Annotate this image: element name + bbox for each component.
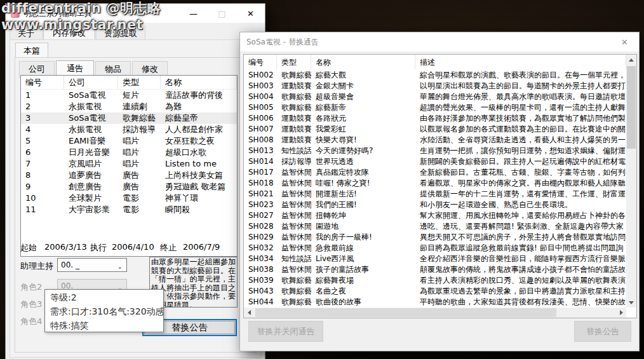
cell: 类型 xyxy=(118,76,161,89)
table-row[interactable]: SH014採訪報導世界玩透透新開闢的美食綜藝節目。跟主持人一起玩遍傳說中的紅棺材… xyxy=(244,156,626,167)
table-row[interactable]: 9創意廣告廣告勇冠遊戲 敬老篇 xyxy=(21,181,237,193)
assistant-host-select[interactable]: 00. _⌄ xyxy=(57,258,127,272)
cell: 7 xyxy=(21,158,64,170)
cell: 歌舞綜藝 xyxy=(277,102,311,113)
table-row[interactable]: SH021益智休閒開運新生活!提供最新一年的十二生肖運勢，還有愛情運、工作運、財… xyxy=(244,189,626,200)
cell: SH003 xyxy=(244,81,277,91)
table-row[interactable]: SH028益智休閒園遊地邊吃、邊玩、還要再解問題! 緊張刺激、全新逗趣內容帶大家 xyxy=(244,221,626,232)
cell: SH023 xyxy=(244,200,277,210)
cell: 名称 xyxy=(311,55,415,70)
table-row[interactable]: SH008運動競賽快樂大尋寶!水陸活動、全省尋寶活動走透透，看藝人和主持人爆笑的… xyxy=(244,135,626,146)
table-row[interactable]: SH006運動競賽各路狀元由各路好漢參加的專業技術競賽，為觀眾實地了解訪問他們製 xyxy=(244,113,626,124)
cell: 為觀眾重現過去繁華的景象，節目中將邀請實力派歌星和主持 xyxy=(415,286,626,297)
table-row[interactable]: 7京風唱片唱片Listen to me xyxy=(21,158,237,170)
cell: 華麗的舞台燈光佈景、最具高水準的歌唱表演。每日邀請歌壇 xyxy=(415,91,626,102)
cell: 益智休閒 xyxy=(277,200,311,210)
table-row[interactable]: SH027益智休閒扭轉乾坤幫大家開運、用風水扭轉乾坤，還要給你用易經占卜神卦的各 xyxy=(244,210,626,221)
cell: 京風唱片 xyxy=(64,158,118,170)
table-row[interactable]: SH003運動競賽金銀大關卡以明星演出和競賽為主的節目。每道關卡的外景主持人都要… xyxy=(244,81,626,91)
dialog-close-button[interactable]: ✕ xyxy=(610,32,639,51)
cell: 9 xyxy=(21,181,64,193)
exec-date: 2006/4/10 xyxy=(112,242,154,252)
scroll-right-icon[interactable] xyxy=(616,308,626,318)
cell: 運動競賽 xyxy=(277,124,311,135)
horizontal-scrollbar[interactable] xyxy=(244,308,626,318)
table-row[interactable]: SH004歌舞綜藝超級音樂會華麗的舞台燈光佈景、最具高水準的歌唱表演。每日邀請歌… xyxy=(244,91,626,102)
table-row[interactable]: SH043歌舞綜藝名曲之夜為觀眾重現過去繁華的景象，節目中將邀請實力派歌星和主持 xyxy=(244,286,626,297)
cell: 2 xyxy=(21,101,64,112)
cell: EAMI音樂 xyxy=(64,135,118,147)
table-row[interactable]: SH032益智休閒急救最前線節目將為觀眾追蹤急救最前線實錄! 節目中間也將提出問… xyxy=(244,243,626,254)
table-row[interactable]: 11大宇宙影業電影瞬間殺 xyxy=(21,204,237,215)
replace-dialog: SoSa電視 - 替换通告 ✕ 编号类型名称描述 SH002歌舞綜藝綜藝大觀綜合… xyxy=(239,32,640,351)
cell: 益智休閒 xyxy=(277,243,311,254)
cell: 生肖運勢一把抓，讓你預知明日運勢，想知道求姻緣、偏財運 xyxy=(415,146,626,156)
cell: 幫大家開運、用風水扭轉乾坤，還要給你用易經占卜神卦的各 xyxy=(415,210,626,221)
minimize-button[interactable]: — xyxy=(179,4,208,23)
table-row[interactable]: 5EAMI音樂唱片女巫狂歡之夜 xyxy=(21,135,237,147)
main-titlebar[interactable]: 明志三系列辅助工具 — □ ✕ xyxy=(6,4,265,23)
cell: 追夢廣告 xyxy=(64,170,118,181)
cell: SH027 xyxy=(244,210,277,221)
close-button[interactable]: ✕ xyxy=(236,4,265,23)
table-row[interactable]: SH044歌舞綜藝歌曲後的故事平時聽的歌曲，大家知道其背後都有段淒美、悲情、快樂… xyxy=(244,297,626,308)
cell: 益智休閒 xyxy=(277,264,311,275)
role4-label: 角色4 xyxy=(20,316,42,327)
dialog-titlebar[interactable]: SoSa電視 - 替换通告 ✕ xyxy=(240,32,639,51)
table-row[interactable]: SH039歌舞綜藝綜藝舞夜場看主持人表演精彩的脫口秀、逗趣的短劇以及華麗的歌舞表… xyxy=(244,275,626,286)
cell: 看主持人表演精彩的脫口秀、逗趣的短劇以及華麗的歌舞表演 xyxy=(415,275,626,286)
table-row[interactable]: SH023益智休閒我們的王國!和小朋友一起環遊全國、熟悉自己生長環境。 xyxy=(244,200,626,210)
cell: SH017 xyxy=(244,167,277,178)
table-row[interactable]: 8追夢廣告廣告上尚科技美女篇 xyxy=(21,170,237,181)
cell: 4 xyxy=(21,124,64,135)
table-row[interactable]: SH007運動競賽我愛彩虹以觀眾報名參加的各式運動競賽為主的節目。在比賽途中的關 xyxy=(244,124,626,135)
cell: 開運新生活! xyxy=(311,189,415,200)
cell: 平時聽的歌曲，大家知道其背後都有段淒美、悲情、快樂的故 xyxy=(415,297,626,308)
table-header[interactable]: 编号类型名称描述 xyxy=(244,55,626,70)
table-row[interactable]: 2永振電視連續劇為難 xyxy=(21,101,237,112)
table-row[interactable]: SH029益智休閒我的房子一級棒!異想天開又不可思議的房子，外景主持人將會替觀眾… xyxy=(244,232,626,243)
horizontal-scroll-thumb[interactable] xyxy=(255,308,556,317)
scroll-left-icon[interactable] xyxy=(244,308,254,318)
end-label: 终止 xyxy=(160,242,177,254)
table-row[interactable]: SH017益智休閒真品鑑定特攻隊全新綜藝節目。古董花瓶、古錢、龍銀、字畫等古物，… xyxy=(244,167,626,178)
table-row[interactable]: 6日月光音樂唱片超級口水歌 xyxy=(21,147,237,158)
dialog-replace-button: 替换公告 xyxy=(574,321,631,342)
table-row[interactable]: SH034知性談話Live西洋風全程介紹西洋音樂的音樂性節目，能隨時掌握西方流行… xyxy=(244,254,626,264)
cell: 6 xyxy=(21,147,64,158)
table-row[interactable]: SH013知性談話今天的運勢好嗎?生肖運勢一把抓，讓你預知明日運勢，想知道求姻緣… xyxy=(244,146,626,156)
cell: 神算丫環 xyxy=(161,193,237,204)
table-row[interactable]: SH038益智休閒孩子的童話故事顛覆鬼故事的傳統，將鬼故事講成連小孩子都不會怕的… xyxy=(244,264,626,275)
table-row[interactable]: SH005歌舞綜藝綜藝新帝超讚的聲光效果、一級棒的明星卡司，還有一流的主持人獻舞 xyxy=(244,102,626,113)
cell: 我的房子一級棒! xyxy=(311,232,415,243)
cell: 看遍觀眾、明星家中的傳家之寶。再由棚內觀眾和藝人組隊聽 xyxy=(415,178,626,189)
table-header[interactable]: 编号公司类型名称 xyxy=(21,76,237,90)
vertical-scrollbar[interactable] xyxy=(626,55,636,308)
cell: 為難 xyxy=(161,101,237,112)
chevron-down-icon: ⌄ xyxy=(117,261,123,273)
vertical-scroll-thumb[interactable] xyxy=(627,66,636,149)
cell: 顛覆鬼故事的傳統，將鬼故事講成連小孩子都不會怕的童話故 xyxy=(415,264,626,275)
cell: 日月光音樂 xyxy=(64,147,118,158)
cell: 創意廣告 xyxy=(64,181,118,193)
end-date: 2006/7/9 xyxy=(183,242,220,252)
cell: 唱片 xyxy=(118,147,161,158)
scroll-up-icon[interactable] xyxy=(626,55,636,65)
table-row[interactable]: 1SoSa電視短片童話故事的背後 xyxy=(21,90,237,101)
cell: Live西洋風 xyxy=(311,254,415,264)
table-row[interactable]: 3SoSa電視歌舞綜藝綜藝皇帝 xyxy=(21,112,237,124)
table-row[interactable]: 10全球製片電影神算丫環 xyxy=(21,193,237,204)
cell: 唱片 xyxy=(118,158,161,170)
cell: 11 xyxy=(21,204,64,215)
cell: SH039 xyxy=(244,275,277,286)
cell: SoSa電視 xyxy=(64,112,118,124)
scroll-down-icon[interactable] xyxy=(626,297,636,308)
table-row[interactable]: SH002歌舞綜藝綜藝大觀綜合明星和觀眾的演戲、歌藝表演的節目。在每一個單元裡， xyxy=(244,70,626,81)
cell: 以觀眾報名參加的各式運動競賽為主的節目。在比賽途中的關 xyxy=(415,124,626,135)
table-row[interactable]: 4永振電視採訪報導人人都是創作家 xyxy=(21,124,237,135)
cell: 綜藝皇帝 xyxy=(161,112,237,124)
table-row[interactable]: SH018益智休閒哇喔! 傳家之寶!看遍觀眾、明星家中的傳家之寶。再由棚內觀眾和… xyxy=(244,178,626,189)
cell: 哇喔! 傳家之寶! xyxy=(311,178,415,189)
cell: 歌曲後的故事 xyxy=(311,297,415,308)
announcement-table: 编号公司类型名称 1SoSa電視短片童話故事的背後2永振電視連續劇為難3SoSa… xyxy=(20,75,238,257)
